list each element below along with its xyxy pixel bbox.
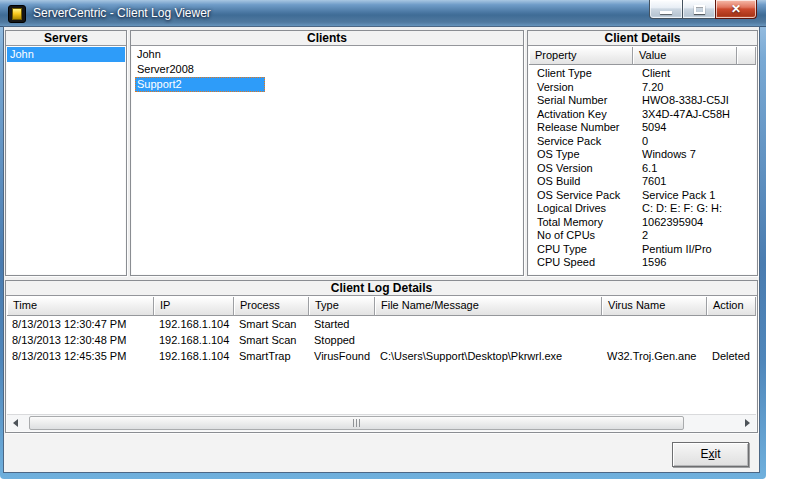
detail-value: 7601 bbox=[633, 175, 756, 189]
scroll-right-icon bbox=[745, 419, 750, 427]
log-cell: 8/13/2013 12:45:35 PM bbox=[7, 348, 154, 364]
detail-property: Release Number bbox=[529, 121, 633, 135]
details-row: CPU TypePentium II/Pro bbox=[529, 243, 756, 257]
detail-value: 0 bbox=[633, 135, 756, 149]
scroll-left-button[interactable] bbox=[7, 415, 24, 432]
client-log-title: Client Log Details bbox=[6, 281, 757, 296]
log-column-header[interactable]: IP bbox=[154, 297, 234, 316]
log-column-header[interactable]: Time bbox=[7, 297, 154, 316]
clients-list[interactable]: JohnServer2008Support2 bbox=[132, 47, 522, 274]
close-icon: ✕ bbox=[731, 3, 741, 15]
log-row[interactable]: 8/13/2013 12:45:35 PM192.168.1.104SmartT… bbox=[7, 348, 756, 364]
details-row: CPU Speed1596 bbox=[529, 256, 756, 270]
exit-label-prefix: E bbox=[700, 447, 708, 461]
log-row[interactable]: 8/13/2013 12:30:48 PM192.168.1.104Smart … bbox=[7, 332, 756, 348]
app-window: ServerCentric - Client Log Viewer ✕ Serv… bbox=[0, 0, 766, 479]
log-column-header[interactable]: File Name/Message bbox=[375, 297, 602, 316]
log-column-header[interactable]: Virus Name bbox=[602, 297, 707, 316]
footer-bar: Exit bbox=[4, 434, 759, 472]
maximize-button[interactable] bbox=[682, 0, 716, 19]
scroll-left-icon bbox=[13, 419, 18, 427]
client-log-panel: Client Log Details TimeIPProcessTypeFile… bbox=[5, 280, 758, 433]
log-cell: SmartTrap bbox=[234, 348, 309, 364]
detail-property: OS Service Pack bbox=[529, 189, 633, 203]
detail-value: HWO8-338J-C5JI bbox=[633, 94, 756, 108]
log-cell: Smart Scan bbox=[234, 332, 309, 348]
detail-property: Activation Key bbox=[529, 108, 633, 122]
log-cell: Stopped bbox=[309, 332, 375, 348]
log-cell bbox=[375, 332, 602, 348]
log-column-header[interactable]: Action bbox=[707, 297, 756, 316]
details-row: OS TypeWindows 7 bbox=[529, 148, 756, 162]
details-row: Activation Key3X4D-47AJ-C58H bbox=[529, 108, 756, 122]
details-row: Logical DrivesC: D: E: F: G: H: bbox=[529, 202, 756, 216]
client-log-column-headers: TimeIPProcessTypeFile Name/MessageVirus … bbox=[7, 297, 756, 316]
scrollbar-thumb[interactable] bbox=[29, 416, 684, 430]
log-cell: VirusFound bbox=[309, 348, 375, 364]
client-list-item[interactable]: Server2008 bbox=[132, 62, 522, 77]
client-list-item[interactable]: John bbox=[132, 47, 522, 62]
detail-value: Pentium II/Pro bbox=[633, 243, 756, 257]
log-cell bbox=[707, 316, 756, 332]
detail-value: 1596 bbox=[633, 256, 756, 270]
client-list-item-label: John bbox=[135, 47, 163, 62]
clients-panel: Clients JohnServer2008Support2 bbox=[130, 30, 524, 276]
detail-value: Client bbox=[633, 67, 756, 81]
log-cell: 192.168.1.104 bbox=[154, 348, 234, 364]
client-details-column-headers: PropertyValue bbox=[529, 47, 756, 65]
horizontal-scrollbar[interactable] bbox=[7, 414, 756, 431]
log-cell: Deleted bbox=[707, 348, 756, 364]
scroll-right-button[interactable] bbox=[739, 415, 756, 432]
details-row: Client TypeClient bbox=[529, 67, 756, 81]
detail-property: Client Type bbox=[529, 67, 633, 81]
log-cell: 192.168.1.104 bbox=[154, 332, 234, 348]
detail-value: Service Pack 1 bbox=[633, 189, 756, 203]
log-row[interactable]: 8/13/2013 12:30:47 PM192.168.1.104Smart … bbox=[7, 316, 756, 332]
detail-value: C: D: E: F: G: H: bbox=[633, 202, 756, 216]
scrollbar-track[interactable] bbox=[24, 415, 739, 432]
detail-value: 2 bbox=[633, 229, 756, 243]
minimize-button[interactable] bbox=[649, 0, 683, 19]
client-list-item[interactable]: Support2 bbox=[132, 77, 522, 92]
log-cell bbox=[707, 332, 756, 348]
details-row: Release Number5094 bbox=[529, 121, 756, 135]
details-row: OS Service PackService Pack 1 bbox=[529, 189, 756, 203]
log-cell: 8/13/2013 12:30:47 PM bbox=[7, 316, 154, 332]
servers-list[interactable]: John bbox=[7, 47, 125, 274]
details-row: Version7.20 bbox=[529, 81, 756, 95]
details-column-header[interactable]: Property bbox=[529, 47, 633, 65]
details-column-header-stub bbox=[737, 47, 756, 65]
details-row: Total Memory1062395904 bbox=[529, 216, 756, 230]
detail-value: 7.20 bbox=[633, 81, 756, 95]
app-icon bbox=[8, 5, 26, 23]
maximize-icon bbox=[694, 5, 705, 14]
detail-value: Windows 7 bbox=[633, 148, 756, 162]
detail-property: OS Type bbox=[529, 148, 633, 162]
caption-buttons: ✕ bbox=[650, 0, 757, 19]
detail-value: 1062395904 bbox=[633, 216, 756, 230]
exit-label-suffix: it bbox=[715, 447, 721, 461]
server-list-item[interactable]: John bbox=[7, 47, 125, 62]
app-icon-gem bbox=[12, 8, 22, 20]
detail-property: Version bbox=[529, 81, 633, 95]
client-list-item-label: Server2008 bbox=[135, 62, 196, 77]
client-details-rows: Client TypeClientVersion7.20Serial Numbe… bbox=[529, 67, 756, 274]
close-button[interactable]: ✕ bbox=[715, 0, 757, 19]
log-cell: Smart Scan bbox=[234, 316, 309, 332]
titlebar[interactable]: ServerCentric - Client Log Viewer ✕ bbox=[0, 0, 766, 27]
log-cell bbox=[602, 332, 707, 348]
client-details-panel: Client Details PropertyValue Client Type… bbox=[527, 30, 758, 276]
details-column-header[interactable]: Value bbox=[633, 47, 737, 65]
detail-value: 5094 bbox=[633, 121, 756, 135]
window-title: ServerCentric - Client Log Viewer bbox=[33, 6, 211, 20]
details-row: Serial NumberHWO8-338J-C5JI bbox=[529, 94, 756, 108]
log-cell bbox=[375, 316, 602, 332]
log-column-header[interactable]: Type bbox=[309, 297, 375, 316]
clients-panel-title: Clients bbox=[131, 31, 523, 46]
log-column-header[interactable]: Process bbox=[234, 297, 309, 316]
detail-property: Serial Number bbox=[529, 94, 633, 108]
exit-button[interactable]: Exit bbox=[672, 442, 749, 467]
client-area: Servers John Clients JohnServer2008Suppo… bbox=[4, 27, 759, 472]
minimize-icon bbox=[660, 11, 672, 14]
servers-panel: Servers John bbox=[5, 30, 127, 276]
